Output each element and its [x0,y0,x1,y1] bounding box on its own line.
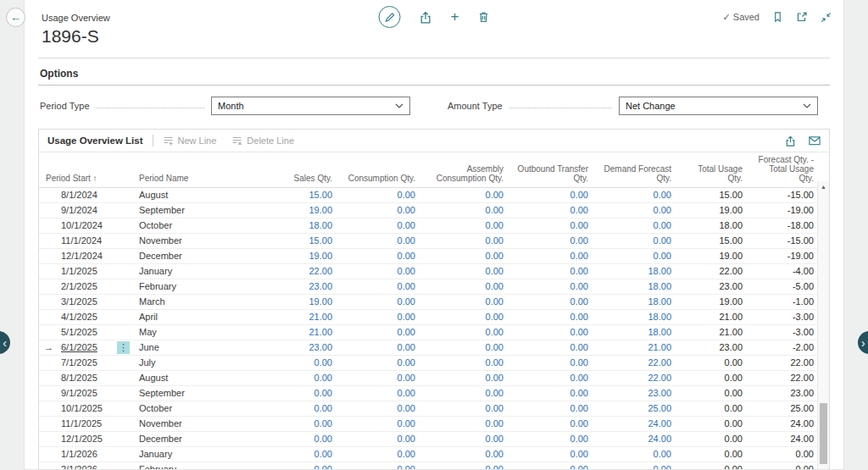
qty-cell[interactable]: 0.00 [678,462,749,470]
qty-cell[interactable]: 0.00 [339,462,422,470]
period-name-cell[interactable]: June [132,340,249,356]
new-button[interactable]: + [451,11,459,23]
delete-line-button[interactable]: Delete Line [231,135,294,147]
qty-cell[interactable]: 0.00 [422,218,510,234]
qty-cell[interactable]: 22.00 [749,371,817,386]
qty-cell[interactable]: 0.00 [339,249,422,264]
qty-cell[interactable]: 19.00 [249,203,339,218]
qty-cell[interactable]: 0.00 [339,325,422,340]
new-line-button[interactable]: New Line [163,135,217,147]
qty-cell[interactable]: 0.00 [510,371,595,386]
open-in-window-button[interactable] [796,11,808,23]
qty-cell[interactable]: 0.00 [510,447,595,462]
list-email-button[interactable] [809,135,821,146]
period-type-select[interactable]: Month [211,97,410,115]
qty-cell[interactable]: 0.00 [422,234,510,249]
qty-cell[interactable]: 0.00 [422,188,510,203]
qty-cell[interactable]: 0.00 [510,417,595,432]
qty-cell[interactable]: 0.00 [422,310,510,325]
qty-cell[interactable]: 0.00 [510,310,595,325]
qty-cell[interactable]: 19.00 [249,295,339,310]
period-name-cell[interactable]: April [132,310,249,325]
qty-cell[interactable]: 0.00 [510,279,595,295]
column-header[interactable]: Consumption Qty. [339,152,422,188]
qty-cell[interactable]: 25.00 [595,401,678,417]
qty-cell[interactable]: 0.00 [249,462,339,470]
period-start-cell[interactable]: 10/1/2025 [39,401,132,417]
qty-cell[interactable]: -2.00 [749,340,817,356]
qty-cell[interactable]: 19.00 [678,295,749,310]
qty-cell[interactable]: 0.00 [339,264,422,279]
qty-cell[interactable]: 0.00 [339,401,422,417]
qty-cell[interactable]: 0.00 [339,340,422,356]
qty-cell[interactable]: 0.00 [678,417,749,432]
qty-cell[interactable]: 0.00 [249,371,339,386]
qty-cell[interactable]: 0.00 [422,386,510,401]
qty-cell[interactable]: 0.00 [749,462,817,470]
qty-cell[interactable]: 0.00 [422,279,510,295]
qty-cell[interactable]: 24.00 [595,417,678,432]
qty-cell[interactable]: 0.00 [422,447,510,462]
qty-cell[interactable]: 23.00 [749,386,817,401]
qty-cell[interactable]: 0.00 [249,401,339,417]
list-share-button[interactable] [785,135,796,147]
qty-cell[interactable]: 0.00 [595,188,678,203]
qty-cell[interactable]: 15.00 [249,188,339,203]
qty-cell[interactable]: 0.00 [422,264,510,279]
qty-cell[interactable]: 22.00 [595,356,678,371]
qty-cell[interactable]: 22.00 [678,264,749,279]
qty-cell[interactable]: 0.00 [339,218,422,234]
qty-cell[interactable]: -18.00 [749,218,817,234]
qty-cell[interactable]: 22.00 [249,264,339,279]
qty-cell[interactable]: 0.00 [339,447,422,462]
column-header[interactable]: Sales Qty. [249,152,339,188]
column-header[interactable]: Demand Forecast Qty. [595,152,678,188]
qty-cell[interactable]: -1.00 [749,295,817,310]
qty-cell[interactable]: 23.00 [678,340,749,356]
qty-cell[interactable]: 0.00 [595,203,678,218]
qty-cell[interactable]: 25.00 [749,401,817,417]
qty-cell[interactable]: 0.00 [678,401,749,417]
vertical-scrollbar[interactable]: ▲ [817,181,829,469]
qty-cell[interactable]: 0.00 [339,310,422,325]
scroll-up-arrow[interactable]: ▲ [818,184,829,190]
period-start-cell[interactable]: 2/1/2025 [39,279,132,295]
period-start-cell[interactable]: 12/1/2025 [39,432,132,447]
qty-cell[interactable]: 18.00 [595,264,678,279]
qty-cell[interactable]: 0.00 [510,386,595,401]
period-name-cell[interactable]: September [132,386,249,401]
qty-cell[interactable]: 0.00 [422,401,510,417]
qty-cell[interactable]: -15.00 [749,234,817,249]
qty-cell[interactable]: 0.00 [595,249,678,264]
period-name-cell[interactable]: December [132,432,249,447]
qty-cell[interactable]: 0.00 [249,447,339,462]
period-start-cell[interactable]: 11/1/2025 [39,417,132,432]
period-name-cell[interactable]: November [132,417,249,432]
period-start-cell[interactable]: 5/1/2025 [39,325,132,340]
period-name-cell[interactable]: October [132,401,249,417]
qty-cell[interactable]: 0.00 [422,325,510,340]
qty-cell[interactable]: 15.00 [678,188,749,203]
qty-cell[interactable]: 18.00 [678,218,749,234]
period-name-cell[interactable]: August [132,371,249,386]
delete-button[interactable] [477,11,489,23]
period-name-cell[interactable]: December [132,249,249,264]
qty-cell[interactable]: 19.00 [678,249,749,264]
qty-cell[interactable]: 0.00 [595,234,678,249]
qty-cell[interactable]: 0.00 [510,295,595,310]
qty-cell[interactable]: 0.00 [678,356,749,371]
qty-cell[interactable]: 0.00 [678,386,749,401]
qty-cell[interactable]: 18.00 [249,218,339,234]
qty-cell[interactable]: 18.00 [595,325,678,340]
period-start-cell[interactable]: 12/1/2024 [39,249,132,264]
qty-cell[interactable]: 22.00 [595,371,678,386]
previous-record-button[interactable]: ‹ [0,331,10,354]
period-name-cell[interactable]: August [132,188,249,203]
qty-cell[interactable]: 0.00 [510,401,595,417]
qty-cell[interactable]: 0.00 [510,249,595,264]
period-start-cell[interactable]: 8/1/2025 [39,371,132,386]
qty-cell[interactable]: 19.00 [249,249,339,264]
qty-cell[interactable]: 0.00 [678,432,749,447]
qty-cell[interactable]: 0.00 [510,432,595,447]
row-context-menu-button[interactable]: ⋮ [117,341,130,354]
